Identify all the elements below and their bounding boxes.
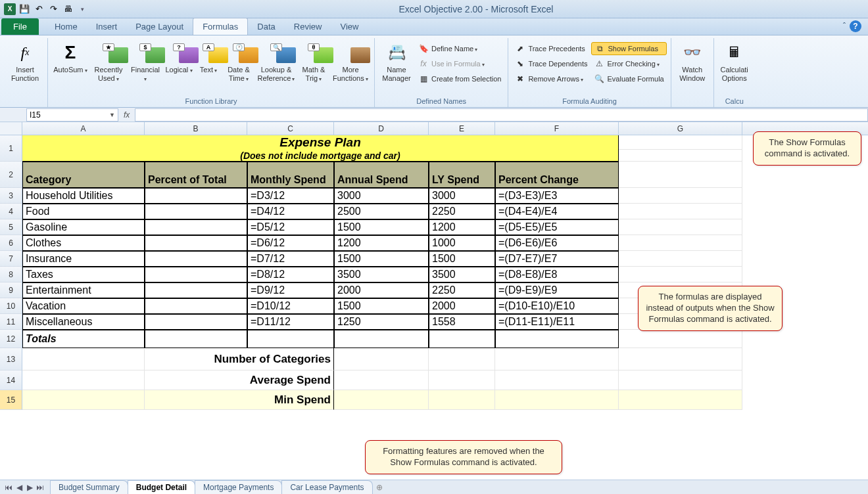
data-cell[interactable]: 1200 (334, 235, 429, 251)
prev-sheet-icon[interactable]: ◀ (14, 483, 24, 492)
cell[interactable] (619, 219, 742, 235)
data-cell[interactable] (145, 298, 247, 314)
data-cell[interactable] (145, 314, 247, 330)
recently-used-button[interactable]: ★Recently Used (90, 39, 127, 83)
totals-cell[interactable]: Totals (22, 330, 145, 348)
col-header-e[interactable]: E (429, 122, 495, 135)
cell[interactable] (619, 135, 742, 150)
data-cell[interactable]: =(D8-E8)/E8 (495, 267, 619, 282)
cell[interactable] (334, 330, 429, 348)
data-cell[interactable]: =D4/12 (247, 204, 334, 219)
data-cell[interactable]: Household Utilities (22, 188, 145, 204)
select-all-corner[interactable] (0, 122, 22, 135)
header-cell[interactable]: Percent Change (495, 162, 619, 188)
cell[interactable] (334, 348, 429, 370)
col-header-a[interactable]: A (22, 122, 145, 135)
data-cell[interactable]: =D10/12 (247, 298, 334, 314)
data-cell[interactable] (145, 235, 247, 251)
tab-page-layout[interactable]: Page Layout (126, 18, 193, 35)
cell[interactable] (619, 370, 742, 390)
trace-precedents-button[interactable]: ⬈Trace Precedents (512, 42, 590, 55)
data-cell[interactable]: Clothes (22, 235, 145, 251)
new-sheet-icon[interactable]: ⊕ (376, 483, 383, 492)
data-cell[interactable]: Food (22, 204, 145, 219)
data-cell[interactable] (145, 188, 247, 204)
file-tab[interactable]: File (1, 18, 39, 35)
sheet-tab[interactable]: Budget Detail (128, 480, 195, 494)
col-header-b[interactable]: B (145, 122, 247, 135)
col-header-d[interactable]: D (334, 122, 429, 135)
data-cell[interactable]: =D8/12 (247, 267, 334, 282)
watch-window-button[interactable]: 👓Watch Window (675, 39, 710, 83)
col-header-f[interactable]: F (495, 122, 619, 135)
cell[interactable] (22, 348, 145, 370)
data-cell[interactable] (145, 267, 247, 282)
cell[interactable] (334, 370, 429, 390)
insert-function-button[interactable]: fx Insert Function (7, 39, 43, 83)
name-box-dropdown-icon[interactable]: ▼ (109, 112, 115, 118)
col-header-c[interactable]: C (247, 122, 334, 135)
row-header[interactable]: 13 (0, 348, 22, 370)
financial-button[interactable]: $Financial (128, 39, 162, 83)
data-cell[interactable]: =(D5-E5)/E5 (495, 219, 619, 235)
data-cell[interactable]: Entertainment (22, 282, 145, 298)
tab-view[interactable]: View (331, 18, 368, 35)
tab-review[interactable]: Review (285, 18, 331, 35)
row-header[interactable]: 12 (0, 330, 22, 348)
text-button[interactable]: AText (195, 39, 222, 76)
cell[interactable] (429, 330, 495, 348)
header-cell[interactable]: Category (22, 162, 145, 188)
data-cell[interactable]: 3500 (429, 267, 495, 282)
data-cell[interactable]: 1200 (429, 219, 495, 235)
row-header[interactable]: 8 (0, 267, 22, 282)
define-name-button[interactable]: 🔖Define Name (416, 42, 504, 55)
data-cell[interactable]: 3000 (334, 188, 429, 204)
cell[interactable] (495, 330, 619, 348)
data-cell[interactable]: 3500 (334, 267, 429, 282)
more-functions-button[interactable]: More Functions (331, 39, 370, 83)
cell[interactable] (619, 330, 742, 348)
data-cell[interactable]: 2250 (429, 282, 495, 298)
row-header[interactable]: 9 (0, 282, 22, 298)
row-header[interactable]: 1 (0, 135, 22, 162)
grid[interactable]: Expense Plan (Does not include mortgage … (22, 135, 742, 410)
last-sheet-icon[interactable]: ⏭ (36, 483, 45, 492)
cell[interactable] (495, 348, 619, 370)
cell[interactable] (619, 348, 742, 370)
cell[interactable] (429, 348, 495, 370)
data-cell[interactable] (145, 204, 247, 219)
data-cell[interactable]: =D7/12 (247, 251, 334, 267)
create-from-selection-button[interactable]: ▦Create from Selection (416, 72, 504, 85)
cell[interactable] (619, 267, 742, 282)
data-cell[interactable]: 2500 (334, 204, 429, 219)
cell[interactable] (619, 390, 742, 410)
name-box[interactable]: I15 ▼ (26, 108, 118, 122)
summary-label[interactable]: Min Spend (145, 390, 334, 410)
cell[interactable] (22, 370, 145, 390)
show-formulas-button[interactable]: ⧉Show Formulas (591, 42, 666, 55)
data-cell[interactable]: 1250 (334, 314, 429, 330)
data-cell[interactable]: 2000 (334, 282, 429, 298)
row-header[interactable]: 10 (0, 298, 22, 314)
minimize-ribbon-icon[interactable]: ˆ (843, 22, 846, 31)
header-cell[interactable]: Percent of Total (145, 162, 247, 188)
data-cell[interactable]: =D6/12 (247, 235, 334, 251)
data-cell[interactable]: 1500 (334, 219, 429, 235)
row-header[interactable]: 15 (0, 390, 22, 410)
cell[interactable] (334, 390, 429, 410)
row-header[interactable]: 7 (0, 251, 22, 267)
cell[interactable] (429, 390, 495, 410)
row-header[interactable]: 3 (0, 188, 22, 204)
use-in-formula-button[interactable]: fxUse in Formula (416, 57, 504, 70)
cell[interactable] (429, 370, 495, 390)
cell[interactable] (145, 330, 247, 348)
row-header[interactable]: 11 (0, 314, 22, 330)
summary-label[interactable]: Average Spend (145, 370, 334, 390)
undo-icon[interactable]: ↶ (33, 3, 45, 15)
data-cell[interactable]: 1000 (429, 235, 495, 251)
data-cell[interactable] (145, 282, 247, 298)
next-sheet-icon[interactable]: ▶ (25, 483, 34, 492)
cell[interactable] (247, 330, 334, 348)
data-cell[interactable]: =(D10-E10)/E10 (495, 298, 619, 314)
data-cell[interactable]: =D5/12 (247, 219, 334, 235)
